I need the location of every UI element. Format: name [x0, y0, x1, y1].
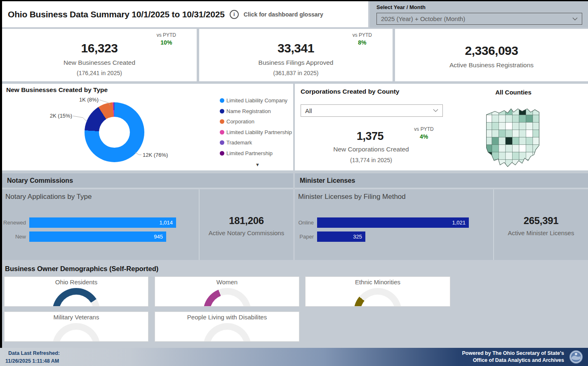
county-cell[interactable] — [499, 108, 506, 115]
county-cell[interactable] — [485, 160, 492, 167]
county-cell[interactable] — [492, 108, 499, 115]
county-cell[interactable] — [526, 123, 533, 130]
year-month-dropdown[interactable]: 2025 (Year) + October (Month) — [376, 13, 582, 25]
chevron-down-icon — [433, 109, 438, 112]
county-cell[interactable] — [499, 152, 506, 160]
county-cell[interactable] — [513, 137, 520, 145]
bar[interactable]: 945 — [29, 231, 166, 242]
notary-section-panel: Notary Applications by Type Renewed1,014… — [2, 189, 293, 260]
county-cell[interactable] — [533, 123, 540, 130]
county-cell[interactable] — [492, 130, 499, 137]
kpi-card-active-registrations: 2,336,093 Active Business Registrations — [395, 29, 588, 81]
glossary-link[interactable]: Click for dashboard glossary — [244, 11, 323, 18]
county-cell[interactable] — [526, 130, 533, 137]
county-cell[interactable] — [513, 123, 520, 130]
county-cell[interactable] — [533, 108, 540, 115]
bar[interactable]: 1,021 — [317, 217, 469, 228]
county-cell[interactable] — [485, 152, 492, 160]
gauge-title: Military Veterans — [5, 314, 148, 321]
kpi-label: Active Business Registrations — [395, 61, 588, 69]
data-refreshed-value: 11/26/2025 1:11:48 AM — [5, 358, 59, 364]
info-icon[interactable]: i — [230, 10, 239, 19]
county-cell[interactable] — [533, 152, 540, 160]
legend-item[interactable]: Limited Partnership — [220, 148, 292, 159]
county-cell[interactable] — [519, 115, 526, 123]
kpi-label: Business Filings Approved — [199, 59, 393, 66]
county-cell[interactable] — [533, 137, 540, 145]
legend-dot-icon — [220, 109, 224, 113]
county-cell[interactable] — [492, 160, 499, 167]
county-cell[interactable] — [533, 160, 540, 167]
legend-item[interactable]: Limited Liability Company — [220, 95, 292, 106]
county-cell[interactable] — [492, 123, 499, 130]
gauge-card: Ohio Residents82% — [4, 276, 148, 307]
county-cell[interactable] — [506, 160, 513, 167]
county-cell[interactable] — [526, 137, 533, 145]
county-cell[interactable] — [499, 115, 506, 123]
notary-bar-chart: Renewed1,014New945 — [2, 217, 176, 246]
county-cell[interactable] — [485, 130, 492, 137]
county-dropdown[interactable]: All — [301, 104, 443, 117]
vs-pytd-value: 10% — [157, 39, 176, 46]
county-cell[interactable] — [499, 145, 506, 152]
county-cell[interactable] — [506, 130, 513, 137]
kpi-value: 181,206 — [200, 215, 293, 227]
map-title: All Counties — [476, 89, 550, 96]
county-cell[interactable] — [526, 115, 533, 123]
donut-legend: Limited Liability CompanyName Registrati… — [220, 95, 292, 158]
county-cell[interactable] — [513, 130, 520, 137]
kpi-vs-block: vs PYTD 10% — [157, 32, 176, 46]
legend-dot-icon — [220, 130, 224, 135]
county-cell[interactable] — [485, 145, 492, 152]
county-cell[interactable] — [533, 130, 540, 137]
county-cell[interactable] — [492, 145, 499, 152]
ohio-state-seal-icon — [569, 350, 583, 364]
county-cell[interactable] — [519, 145, 526, 152]
county-cell[interactable] — [492, 137, 499, 145]
kpi-card-new-businesses: vs PYTD 10% 16,323 New Businesses Create… — [2, 29, 197, 81]
legend-dot-icon — [220, 140, 224, 145]
county-cell[interactable] — [485, 123, 492, 130]
county-cell[interactable] — [519, 123, 526, 130]
legend-item[interactable]: Trademark — [220, 137, 292, 148]
county-cell[interactable] — [499, 130, 506, 137]
county-cell[interactable] — [513, 108, 520, 115]
bar[interactable]: 1,014 — [29, 217, 176, 228]
county-cell[interactable] — [519, 130, 526, 137]
bar-row: Online1,021 — [295, 217, 469, 228]
legend-item[interactable]: Corporation — [220, 116, 292, 127]
gauge-card: Military Veterans6% — [4, 312, 148, 342]
corporations-by-county-card: Corporations Created by County All Count… — [295, 84, 588, 170]
county-cell[interactable] — [519, 160, 526, 167]
county-cell[interactable] — [526, 108, 533, 115]
county-cell[interactable] — [485, 115, 492, 123]
county-cell[interactable] — [499, 123, 506, 130]
demographics-section-header: Business Owner Demographics (Self-Report… — [5, 265, 158, 273]
county-cell[interactable] — [513, 152, 520, 160]
legend-item[interactable]: Name Registration — [220, 106, 292, 117]
county-cell[interactable] — [499, 137, 506, 145]
county-cell[interactable] — [506, 123, 513, 130]
county-cell[interactable] — [513, 115, 520, 123]
notary-section-header: Notary Commissions — [2, 173, 293, 189]
new-businesses-by-type-card: New Businesses Created by Type 1K (8%) 2… — [2, 84, 293, 170]
county-cell[interactable] — [485, 137, 492, 145]
legend-item[interactable]: Limited Liability Partnership — [220, 127, 292, 138]
gauge-chart: 22% — [354, 288, 402, 307]
county-cell[interactable] — [513, 145, 520, 152]
bar[interactable]: 325 — [317, 231, 365, 242]
county-cell[interactable] — [506, 145, 513, 152]
county-cell[interactable] — [526, 145, 533, 152]
kpi-label: New Corporations Created — [305, 146, 437, 153]
county-cell[interactable] — [506, 137, 513, 145]
ohio-county-map[interactable] — [480, 100, 544, 168]
gauge-title: Women — [155, 279, 299, 286]
county-cell[interactable] — [526, 160, 533, 167]
county-cell[interactable] — [519, 137, 526, 145]
county-cell[interactable] — [492, 115, 499, 123]
gauge-title: Ethnic Minorities — [306, 279, 450, 286]
county-cell[interactable] — [506, 152, 513, 160]
legend-scroll-down-icon[interactable]: ▼ — [255, 162, 260, 167]
county-cell[interactable] — [533, 115, 540, 123]
county-cell[interactable] — [506, 115, 513, 123]
